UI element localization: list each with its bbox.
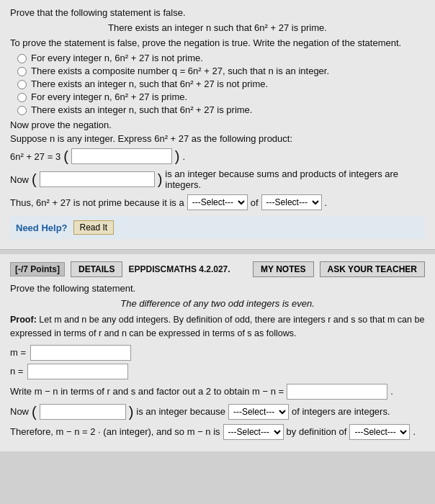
now-integer-row: Now ( ) is an integer because sums and p… <box>10 168 425 190</box>
points-badge: [-/7 Points] <box>10 262 65 276</box>
ask-teacher-button[interactable]: ASK YOUR TEACHER <box>320 261 425 277</box>
radio-3[interactable] <box>17 80 27 89</box>
write-row: Write m − n in terms of r and s and fact… <box>10 384 425 400</box>
radio-item-2: There exists a composite number q = 6n² … <box>17 66 425 76</box>
course-code: EPPDISCMATHS 4.2.027. <box>128 264 230 274</box>
page: Prove that the following statement is fa… <box>0 0 435 504</box>
equation-row: 6n² + 27 = 3 ( ) . <box>10 148 425 164</box>
now-input-bottom[interactable] <box>40 404 126 420</box>
suppose-line: Suppose n is any integer. Express 6n² + … <box>10 133 425 144</box>
points-bar: [-/7 Points] DETAILS EPPDISCMATHS 4.2.02… <box>10 261 425 277</box>
center-statement-text: There exists an integer n such that 6n² … <box>108 22 327 33</box>
radio-1[interactable] <box>17 54 27 63</box>
top-section: Prove that the following statement is fa… <box>0 0 435 250</box>
radio-4[interactable] <box>17 93 27 102</box>
need-help-row: Need Help? Read It <box>10 216 425 239</box>
radio-item-5: There exists an integer n, such that 6n²… <box>17 104 425 115</box>
details-button[interactable]: DETAILS <box>71 261 122 277</box>
my-notes-button[interactable]: MY NOTES <box>253 261 313 277</box>
problem-title: Prove that the following statement is fa… <box>10 7 425 18</box>
now-row-bottom: Now ( ) is an integer because ---Select-… <box>10 404 425 420</box>
read-it-button[interactable]: Read It <box>73 220 115 235</box>
now-prove-label: Now prove the negation. <box>10 120 425 130</box>
n-input[interactable] <box>27 364 128 379</box>
now-input[interactable] <box>40 171 155 187</box>
radio-item-4: For every integer n, 6n² + 27 is prime. <box>17 91 425 102</box>
therefore-row: Therefore, m − n = 2 · (an integer), and… <box>10 424 425 440</box>
radio-2[interactable] <box>17 67 27 76</box>
select-1[interactable]: ---Select--- <box>187 194 248 210</box>
prove-instruction: To prove the statement is false, prove t… <box>10 37 425 48</box>
n-row: n = <box>10 364 425 379</box>
select-therefore-1[interactable]: ---Select--- <box>223 424 284 440</box>
proof-title: Prove the following statement. <box>10 283 425 294</box>
select-2[interactable]: ---Select--- <box>261 194 322 210</box>
write-input[interactable] <box>287 384 387 400</box>
thus-row: Thus, 6n² + 27 is not prime because it i… <box>10 194 425 210</box>
m-row: m = <box>10 345 425 361</box>
radio-5[interactable] <box>17 106 27 115</box>
select-bottom[interactable]: ---Select--- <box>228 404 289 420</box>
eq1-input[interactable] <box>71 148 172 164</box>
proof-body: Proof: Let m and n be any odd integers. … <box>10 313 425 341</box>
prove-statement-label: Prove that the following statement is fa… <box>10 7 186 18</box>
radio-item-1: For every integer n, 6n² + 27 is not pri… <box>17 53 425 63</box>
select-therefore-2[interactable]: ---Select--- <box>349 424 410 440</box>
radio-group: For every integer n, 6n² + 27 is not pri… <box>17 53 425 115</box>
proof-center: The difference of any two odd integers i… <box>10 298 425 309</box>
center-statement: There exists an integer n such that 6n² … <box>10 22 425 33</box>
bottom-section: [-/7 Points] DETAILS EPPDISCMATHS 4.2.02… <box>0 254 435 451</box>
radio-item-3: There exists an integer n, such that 6n²… <box>17 78 425 89</box>
need-help-text: Need Help? <box>16 222 68 233</box>
m-input[interactable] <box>30 345 131 361</box>
